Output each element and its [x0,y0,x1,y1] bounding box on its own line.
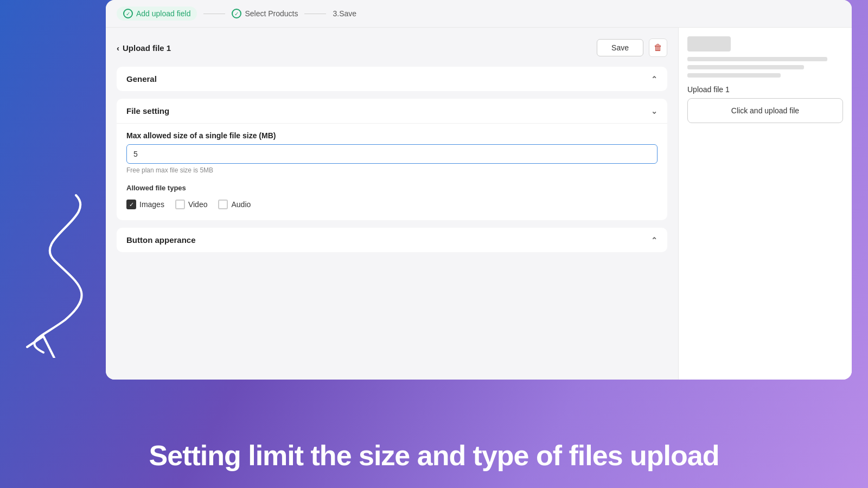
max-size-label: Max allowed size of a single file size (… [126,131,658,140]
allowed-types-label: Allowed file types [126,184,658,192]
preview-line-1 [687,57,827,61]
step-3[interactable]: 3.Save [333,9,356,18]
images-checkbox[interactable]: ✓ Images [126,200,164,209]
step-2-label: Select Products [245,9,298,18]
back-chevron-icon: ‹ [117,43,119,53]
step-1-icon: ✓ [123,9,133,18]
file-setting-header[interactable]: File setting ⌄ [117,99,667,123]
trash-icon: 🗑 [654,43,662,53]
button-appearance-title: Button apperance [126,235,196,245]
button-appearance-section: Button apperance ⌃ [117,228,667,252]
content-area: ‹ Upload file 1 Save 🗑 General ⌃ [106,28,852,380]
back-button[interactable]: ‹ Upload file 1 [117,43,171,53]
preview-placeholder-box [687,36,731,52]
step-bar: ✓ Add upload field ✓ Select Products 3.S… [106,0,852,28]
step-1[interactable]: ✓ Add upload field [117,7,197,21]
header-row: ‹ Upload file 1 Save 🗑 [117,38,667,57]
max-size-input[interactable] [126,144,658,164]
general-section-title: General [126,74,157,84]
button-appearance-header[interactable]: Button apperance ⌃ [117,228,667,252]
audio-checkbox-icon [218,200,228,209]
right-panel: Upload file 1 Click and upload file [678,28,852,380]
file-type-checkboxes: ✓ Images Video Audio [126,200,658,209]
bottom-headline: Setting limit the size and type of files… [0,439,868,472]
delete-button[interactable]: 🗑 [649,38,667,57]
button-appearance-chevron-up-icon: ⌃ [651,236,658,245]
general-section: General ⌃ [117,67,667,91]
step-2-icon: ✓ [232,9,241,18]
step-divider-2 [304,14,326,14]
images-checkbox-icon: ✓ [126,200,136,209]
step-3-label: 3.Save [333,9,356,18]
page-title: Upload file 1 [123,43,171,53]
squiggle-decoration [11,184,103,360]
preview-line-3 [687,73,781,78]
audio-checkbox[interactable]: Audio [218,200,251,209]
step-2[interactable]: ✓ Select Products [232,9,298,18]
step-divider-1 [203,14,225,14]
file-setting-section: File setting ⌄ Max allowed size of a sin… [117,99,667,220]
file-setting-title: File setting [126,106,169,115]
bottom-text-section: Setting limit the size and type of files… [0,439,868,472]
max-size-hint: Free plan max file size is 5MB [126,166,658,174]
file-setting-content: Max allowed size of a single file size (… [117,123,667,220]
general-chevron-up-icon: ⌃ [651,75,658,84]
save-button[interactable]: Save [597,39,643,56]
video-checkbox[interactable]: Video [175,200,208,209]
video-checkbox-icon [175,200,185,209]
step-1-label: Add upload field [136,9,190,18]
general-section-header[interactable]: General ⌃ [117,67,667,91]
audio-label: Audio [231,200,251,209]
images-label: Images [139,200,164,209]
upload-file-preview-label: Upload file 1 [687,85,843,94]
left-panel: ‹ Upload file 1 Save 🗑 General ⌃ [106,28,678,380]
video-label: Video [188,200,208,209]
file-setting-chevron-down-icon: ⌄ [651,107,658,115]
preview-line-2 [687,65,804,69]
main-card: ✓ Add upload field ✓ Select Products 3.S… [106,0,852,380]
upload-preview-button[interactable]: Click and upload file [687,98,843,123]
header-actions: Save 🗑 [597,38,667,57]
